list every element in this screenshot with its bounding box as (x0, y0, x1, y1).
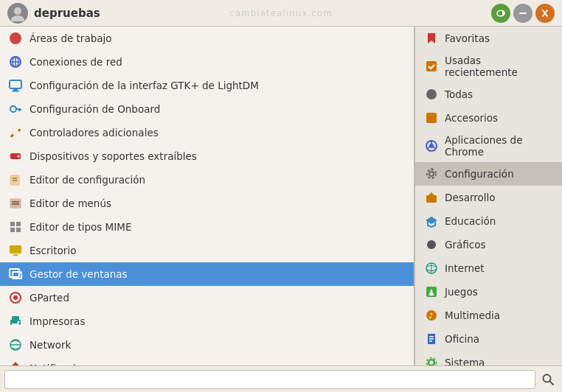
menu-item-network[interactable]: Network (0, 333, 414, 357)
window-controls (491, 4, 555, 23)
menu-item-impresoras[interactable]: Impresoras (0, 309, 414, 333)
menu-item-config-onboard[interactable]: Configuración de Onboard (0, 97, 414, 121)
menu-item-label-editor-config: Editor de configuración (30, 174, 145, 186)
cat-item-favoritas[interactable]: Favoritas (415, 27, 562, 50)
main-content: Áreas de trabajoConexiones de redConfigu… (0, 27, 562, 365)
menu-item-editor-menus[interactable]: Editor de menús (0, 192, 414, 215)
svg-rect-22 (10, 199, 21, 208)
svg-line-73 (550, 381, 554, 385)
menu-item-editor-mime[interactable]: Editor de tipos MIME (0, 215, 414, 239)
svg-line-54 (433, 147, 435, 148)
avatar (7, 3, 28, 24)
svg-point-38 (18, 321, 20, 323)
svg-rect-28 (16, 228, 21, 232)
configuracion-cat-icon (424, 167, 439, 181)
cat-item-label-juegos: Juegos (445, 286, 478, 298)
window-btn-3[interactable] (535, 4, 555, 23)
svg-point-41 (15, 363, 17, 365)
cat-item-configuracion[interactable]: Configuración (415, 162, 562, 186)
svg-point-57 (427, 169, 436, 178)
cat-item-educacion[interactable]: Educación (415, 209, 562, 233)
internet-cat-icon (424, 261, 439, 276)
menu-item-escritorio[interactable]: Escritorio (0, 239, 414, 262)
cat-item-usadas[interactable]: Usadas recientemente (415, 50, 562, 83)
menu-item-gparted[interactable]: GParted (0, 286, 414, 309)
svg-rect-3 (519, 13, 527, 14)
cat-item-label-oficina: Oficina (445, 333, 479, 345)
graficos-cat-icon (424, 237, 439, 252)
svg-point-59 (427, 240, 436, 249)
cat-item-multimedia[interactable]: ♪Multimedia (415, 304, 562, 327)
cat-item-internet[interactable]: Internet (415, 256, 562, 280)
notificaciones-icon (7, 360, 24, 365)
multimedia-cat-icon: ♪ (424, 308, 439, 323)
svg-text:♪: ♪ (429, 312, 433, 320)
conexiones-red-icon (7, 54, 24, 70)
window-btn-2[interactable] (513, 4, 532, 23)
cat-item-label-usadas: Usadas recientemente (445, 55, 553, 78)
search-bar (0, 365, 562, 392)
cat-item-sistema[interactable]: Sistema (415, 351, 562, 365)
menu-item-label-escritorio: Escritorio (30, 245, 76, 256)
search-input[interactable] (4, 370, 535, 389)
svg-rect-35 (12, 316, 19, 320)
menu-item-label-controladores: Controladores adicionales (30, 127, 159, 139)
editor-mime-icon (7, 219, 24, 235)
svg-rect-30 (13, 254, 18, 256)
menu-item-notificaciones[interactable]: Notificaciones (0, 357, 414, 365)
cat-item-label-internet: Internet (445, 262, 485, 274)
cat-item-chrome[interactable]: Aplicaciones de Chrome (415, 130, 562, 162)
menu-item-areas-trabajo[interactable]: Áreas de trabajo (0, 27, 414, 50)
cat-item-graficos[interactable]: Gráficos (415, 233, 562, 256)
menu-item-dispositivos[interactable]: Dispositivos y soportes extraíbles (0, 144, 414, 168)
svg-rect-9 (10, 80, 21, 88)
cat-item-label-educacion: Educación (445, 215, 496, 227)
educacion-cat-icon (424, 214, 439, 228)
cat-item-accesorios[interactable]: Accesorios (415, 106, 562, 130)
menu-item-editor-config[interactable]: Editor de configuración (0, 168, 414, 192)
svg-point-56 (429, 172, 434, 176)
svg-rect-48 (426, 61, 437, 71)
svg-rect-31 (10, 269, 19, 277)
menu-item-label-editor-mime: Editor de tipos MIME (30, 221, 131, 233)
impresoras-icon (7, 313, 24, 329)
svg-text:♟: ♟ (428, 288, 435, 298)
svg-point-70 (429, 360, 434, 365)
title-bar: depruebas cambiatealinux.com (0, 0, 562, 27)
menu-item-label-dispositivos: Dispositivos y soportes extraíbles (30, 150, 197, 162)
escritorio-icon (7, 242, 24, 259)
left-panel: Áreas de trabajoConexiones de redConfigu… (0, 27, 414, 365)
sistema-cat-icon (424, 355, 439, 365)
menu-item-label-notificaciones: Notificaciones (30, 363, 100, 365)
juegos-cat-icon: ♟ (424, 284, 439, 299)
svg-rect-16 (10, 133, 15, 138)
svg-rect-25 (10, 222, 15, 226)
svg-point-4 (10, 32, 21, 44)
editor-config-icon (7, 172, 24, 188)
search-button[interactable] (538, 370, 558, 389)
menu-item-label-areas-trabajo: Áreas de trabajo (30, 32, 112, 44)
network-icon (7, 337, 24, 353)
svg-point-1 (11, 15, 24, 21)
editor-menus-icon (7, 195, 24, 211)
menu-item-conexiones-red[interactable]: Conexiones de red (0, 50, 414, 74)
cat-item-label-sistema: Sistema (445, 357, 485, 365)
oficina-cat-icon (424, 332, 439, 346)
cat-item-juegos[interactable]: ♟Juegos (415, 280, 562, 304)
cat-item-todas[interactable]: Todas (415, 83, 562, 106)
cat-item-oficina[interactable]: Oficina (415, 327, 562, 351)
menu-item-gestor-ventanas[interactable]: Gestor de ventanas (0, 262, 414, 286)
cat-item-desarrollo[interactable]: Desarrollo (415, 186, 562, 209)
svg-line-55 (428, 147, 430, 148)
cat-item-label-accesorios: Accesorios (445, 112, 498, 124)
window-btn-1[interactable] (491, 4, 510, 23)
right-panel: FavoritasUsadas recientementeTodasAcceso… (414, 27, 562, 365)
cat-item-label-configuracion: Configuración (445, 168, 514, 180)
menu-item-config-gtk[interactable]: Configuración de la interfaz GTK+ de Lig… (0, 74, 414, 97)
cat-item-label-favoritas: Favoritas (445, 32, 490, 44)
svg-point-0 (14, 7, 21, 15)
cat-item-label-chrome: Aplicaciones de Chrome (445, 134, 553, 158)
menu-item-controladores[interactable]: Controladores adicionales (0, 121, 414, 144)
menu-item-label-config-gtk: Configuración de la interfaz GTK+ de Lig… (30, 80, 259, 91)
svg-rect-37 (12, 323, 19, 327)
